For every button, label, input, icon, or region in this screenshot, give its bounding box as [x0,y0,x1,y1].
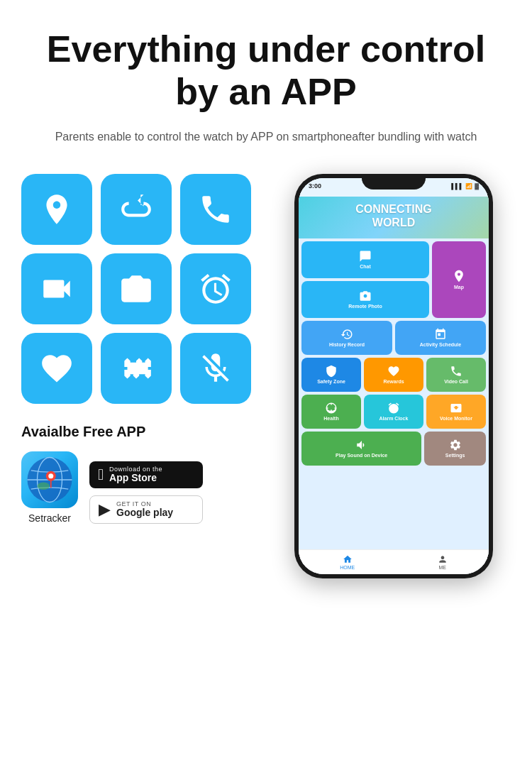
alarm-icon [198,271,233,307]
notch-spacer [299,191,489,197]
settings-tile[interactable]: Settings [424,432,486,466]
wifi-icon: 📶 [465,183,472,189]
app-label: Avaialbe Free APP [21,424,262,440]
safety-zone-tile[interactable]: Safety Zone [301,358,361,392]
store-buttons:  Download on the App Store ▶ GET IT ON … [89,461,203,524]
setracker-wrapper: Setracker [21,451,78,524]
connecting-text: CONNECTING [355,203,432,215]
setracker-icon [21,451,78,508]
status-time: 3:00 [309,182,321,189]
phone-row-4: Health Alarm Clock Voice Monitor [301,395,486,429]
phone-screen: 3:00 ▌▌▌ 📶 ▓ [299,178,489,574]
apple-icon:  [98,466,104,484]
history-tile[interactable]: History Record [301,321,392,355]
nav-me-label: ME [439,565,447,570]
app-store-main: App Store [109,473,162,483]
video-call-tile[interactable]: Video Call [426,358,486,392]
phone-header-title: CONNECTING WORLD [306,202,482,229]
video-icon [39,271,74,307]
camera-icon [118,271,154,307]
phone-bottom-bar: HOME ME [299,549,489,574]
phone-app-grid: Chat Remote Photo [299,238,489,550]
phone-tile [180,174,251,245]
title-line1: Everything under control [47,28,485,70]
alarm-tile [180,253,251,324]
phone-icon [198,192,233,227]
svg-point-4 [48,473,53,478]
alarm-clock-tile[interactable]: Alarm Clock [364,395,423,429]
health-tile[interactable]: Health [301,395,361,429]
location-pin-icon [39,192,74,227]
phone-header: CONNECTING WORLD [299,197,489,238]
mic-off-tile [180,333,251,404]
subtitle: Parents enable to control the watch by A… [21,128,511,146]
signal-icon: ▌▌▌ [451,183,463,189]
fence-icon [118,351,154,386]
phone-wrapper: 3:00 ▌▌▌ 📶 ▓ [294,174,493,578]
nav-home[interactable]: HOME [340,554,355,570]
icon-grid [21,174,262,404]
phone-row-5: Play Sound on Device Settings [301,432,486,466]
setracker-label: Setracker [28,512,71,524]
svg-point-5 [38,483,50,490]
activity-tile[interactable]: Activity Schedule [395,321,486,355]
app-row: Setracker  Download on the App Store [21,451,262,524]
fence-tile [101,333,172,404]
phone-col-left: Chat Remote Photo [301,241,429,318]
battery-icon: ▓ [475,183,479,189]
nav-home-label: HOME [340,565,355,570]
chat-tile[interactable]: Chat [301,241,429,278]
heart-tile [21,333,92,404]
phone-outer: 3:00 ▌▌▌ 📶 ▓ [294,174,493,578]
content-row: Avaialbe Free APP [21,174,511,578]
phone-row-2: History Record Activity Schedule [301,321,486,355]
heart-icon [39,351,74,386]
play-sound-tile[interactable]: Play Sound on Device [301,432,421,466]
voice-monitor-tile[interactable]: Voice Monitor [426,395,486,429]
title-line2: by an APP [175,71,356,112]
camera-tile [101,253,172,324]
phone-inner: 3:00 ▌▌▌ 📶 ▓ [299,178,489,574]
video-tile [21,253,92,324]
app-store-button[interactable]:  Download on the App Store [89,461,203,488]
app-store-text: Download on the App Store [109,466,162,483]
world-text: WORLD [372,216,415,229]
mic-off-icon [198,351,233,386]
status-icons: ▌▌▌ 📶 ▓ [451,183,479,189]
remote-photo-tile[interactable]: Remote Photo [301,281,429,318]
page-container: Everything under control by an APP Paren… [0,0,532,607]
main-title: Everything under control by an APP [21,28,511,114]
route-icon [118,192,154,227]
setracker-globe-svg [25,455,74,505]
location-tile [21,174,92,245]
google-play-icon: ▶ [99,500,111,519]
route-tile [101,174,172,245]
phone-row-1: Chat Remote Photo [301,241,486,318]
rewards-tile[interactable]: Rewards [364,358,423,392]
google-play-main: Google play [116,507,173,518]
nav-me[interactable]: ME [438,554,448,570]
phone-notch [362,174,426,189]
google-play-text: GET IT ON Google play [116,500,173,518]
google-play-button[interactable]: ▶ GET IT ON Google play [89,495,203,524]
map-tile[interactable]: Map [432,241,486,318]
phone-row-3: Safety Zone Rewards Video Call [301,358,486,392]
right-column: 3:00 ▌▌▌ 📶 ▓ [277,174,511,578]
left-column: Avaialbe Free APP [21,174,262,524]
